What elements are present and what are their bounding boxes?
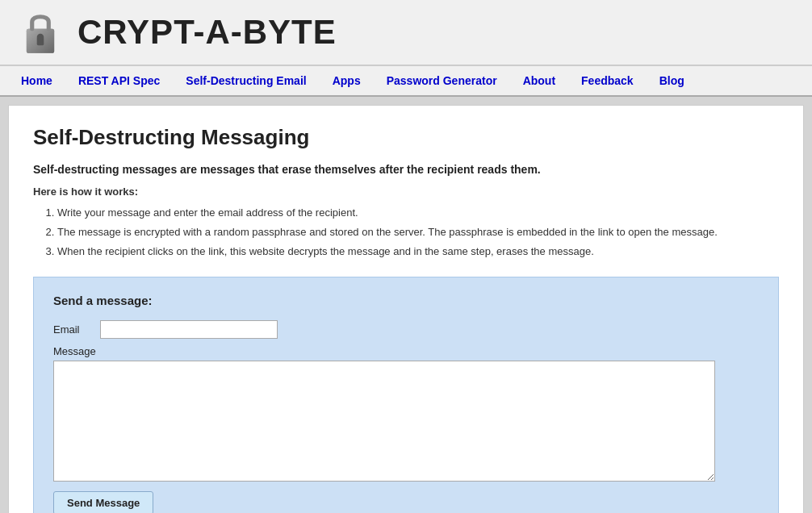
lock-icon: [16, 8, 65, 56]
send-message-box: Send a message: Email Message Send Messa…: [33, 277, 779, 513]
nav-item-blog[interactable]: Blog: [647, 66, 697, 95]
site-header: CRYPT-A-BYTE: [0, 0, 812, 65]
email-row: Email: [53, 320, 759, 339]
nav-item-about[interactable]: About: [510, 66, 568, 95]
send-message-button[interactable]: Send Message: [53, 491, 153, 513]
nav-item-home[interactable]: Home: [8, 66, 65, 95]
email-input[interactable]: [100, 320, 278, 339]
main-content: Self-Destructing Messaging Self-destruct…: [8, 105, 804, 513]
step-item: Write your message and enter the email a…: [57, 204, 779, 222]
intro-text: Self-destructing messages are messages t…: [33, 163, 779, 176]
main-nav: HomeREST API SpecSelf-Destructing EmailA…: [0, 65, 812, 97]
page-title: Self-Destructing Messaging: [33, 125, 779, 150]
message-textarea[interactable]: [53, 361, 715, 482]
svg-point-3: [37, 34, 44, 41]
email-label: Email: [53, 323, 100, 336]
nav-item-password-generator[interactable]: Password Generator: [374, 66, 510, 95]
how-it-works-label: Here is how it works:: [33, 186, 779, 198]
message-label: Message: [53, 345, 759, 357]
nav-item-apps[interactable]: Apps: [320, 66, 374, 95]
step-item: When the recipient clicks on the link, t…: [57, 243, 779, 261]
nav-item-feedback[interactable]: Feedback: [568, 66, 647, 95]
step-item: The message is encrypted with a random p…: [57, 223, 779, 241]
send-box-title: Send a message:: [53, 294, 759, 307]
steps-list: Write your message and enter the email a…: [57, 204, 779, 261]
nav-item-rest-api-spec[interactable]: REST API Spec: [65, 66, 173, 95]
site-title: CRYPT-A-BYTE: [77, 13, 337, 52]
nav-item-self-destructing-email[interactable]: Self-Destructing Email: [173, 66, 319, 95]
